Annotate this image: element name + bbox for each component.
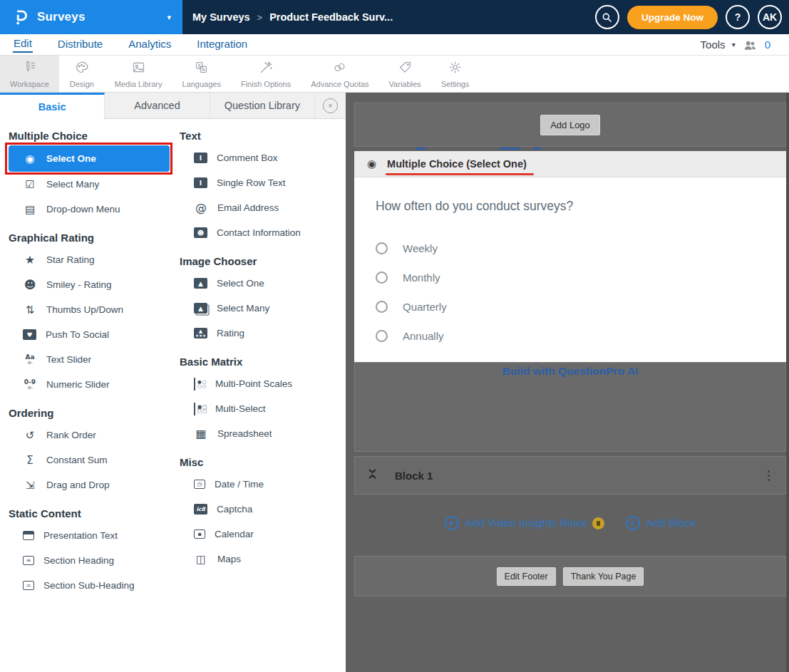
question-type-graphical-rating-push-to-social[interactable]: ♥Push To Social xyxy=(9,322,180,347)
question-type-misc-date-time[interactable]: ◷Date / Time xyxy=(180,472,341,497)
section-multiple-choice: Multiple Choice◉Select One☑Select Many▤D… xyxy=(9,130,180,222)
answer-option-weekly[interactable]: Weekly xyxy=(376,234,765,263)
toolbar-item-variables[interactable]: Variables xyxy=(379,56,431,92)
panel-tab-basic[interactable]: Basic xyxy=(0,93,105,119)
question-type-basic-matrix-multi-select[interactable]: ■□□□Multi-Select xyxy=(180,396,341,421)
collaborators-count: 0 xyxy=(765,38,770,51)
edit-footer-button[interactable]: Edit Footer xyxy=(497,567,556,586)
question-type-text-email-address[interactable]: @Email Address xyxy=(180,195,341,220)
upgrade-now-button[interactable]: Upgrade Now xyxy=(627,6,718,29)
presentation-text-icon xyxy=(23,531,34,540)
search-icon xyxy=(600,11,614,24)
question-type-label: Star Rating xyxy=(46,254,95,265)
add-block-button[interactable]: + Add Block xyxy=(626,516,696,530)
question-editor-card: ◉ Multiple Choice (Select One) How often… xyxy=(354,151,786,362)
toolbar-item-workspace[interactable]: Workspace xyxy=(0,56,59,92)
chevron-down-icon[interactable]: ▾ xyxy=(167,13,171,22)
nav-tab-integration[interactable]: Integration xyxy=(196,37,248,52)
question-type-ordering-drag-and-drop[interactable]: ⇲Drag and Drop xyxy=(9,472,180,497)
block-menu-kebab-icon[interactable] xyxy=(765,467,773,484)
radio-button-icon[interactable] xyxy=(376,330,388,342)
add-logo-button[interactable]: Add Logo xyxy=(540,115,600,135)
radio-button-icon[interactable] xyxy=(376,272,388,284)
push-to-social-icon: ♥ xyxy=(23,329,36,340)
variables-icon xyxy=(398,60,413,78)
toolbar-item-design[interactable]: Design xyxy=(59,56,105,92)
question-type-graphical-rating-text-slider[interactable]: AaText Slider xyxy=(9,347,180,372)
toolbar-item-settings[interactable]: Settings xyxy=(431,56,480,92)
question-type-misc-maps[interactable]: ◫Maps xyxy=(180,547,341,572)
toolbar-item-advance-quotas[interactable]: Advance Quotas xyxy=(301,56,378,92)
languages-icon xyxy=(194,60,209,78)
question-card-header[interactable]: ◉ Multiple Choice (Select One) xyxy=(354,151,786,177)
question-type-label: Section Heading xyxy=(43,555,114,566)
collaborators-icon xyxy=(742,38,758,52)
canvas-scrollbar[interactable] xyxy=(786,93,789,672)
question-type-label: Select Many xyxy=(46,179,99,190)
question-type-graphical-rating-numeric-slider[interactable]: 0-9Numeric Slider xyxy=(9,372,180,397)
add-video-insights-block-button[interactable]: + Add Video Insights Block xyxy=(445,516,604,530)
question-type-misc-calendar[interactable]: ▪Calendar xyxy=(180,522,341,547)
block-label[interactable]: Block 1 xyxy=(395,470,433,482)
panel-tab-advanced[interactable]: Advanced xyxy=(105,93,210,119)
question-type-static-content-presentation-text[interactable]: Presentation Text xyxy=(9,523,180,548)
breadcrumb-survey-title[interactable]: Product Feedback Surv... xyxy=(269,11,393,23)
radio-button-icon[interactable] xyxy=(376,242,388,254)
survey-page: Add Logo ◉ Multiple Choice (Select One) … xyxy=(354,93,786,672)
avatar[interactable]: AK xyxy=(758,5,782,29)
collapse-block-icon[interactable] xyxy=(368,468,378,482)
close-icon: × xyxy=(323,98,338,113)
question-type-label: Select Many xyxy=(217,303,269,314)
question-type-image-chooser-rating[interactable]: ▲Rating xyxy=(180,321,341,346)
question-type-text-contact-information[interactable]: ☻Contact Information xyxy=(180,220,341,245)
question-type-image-chooser-select-many[interactable]: ▲Select Many xyxy=(180,296,341,321)
question-text[interactable]: How often do you conduct surveys? xyxy=(376,199,765,214)
question-type-graphical-rating-star-rating[interactable]: ★Star Rating xyxy=(9,247,180,272)
answer-option-label: Quarterly xyxy=(403,301,447,313)
add-video-insights-label: Add Video Insights Block xyxy=(465,517,587,529)
tools-menu[interactable]: Tools xyxy=(701,38,726,51)
tools-chevron-down-icon[interactable]: ▾ xyxy=(732,41,736,48)
thank-you-page-button[interactable]: Thank You Page xyxy=(563,567,644,586)
toolbar-item-languages[interactable]: Languages xyxy=(172,56,230,92)
radio-button-icon[interactable] xyxy=(376,301,388,313)
question-type-text-comment-box[interactable]: IComment Box xyxy=(180,145,341,170)
answer-option-annually[interactable]: Annually xyxy=(376,321,765,351)
question-type-static-content-section-sub-heading[interactable]: =Section Sub-Heading xyxy=(9,573,180,598)
section-title: Multiple Choice xyxy=(9,130,180,142)
toolbar-item-media-library[interactable]: Media Library xyxy=(105,56,172,92)
question-type-text-single-row-text[interactable]: ISingle Row Text xyxy=(180,170,341,195)
question-type-image-chooser-select-one[interactable]: ▲Select One xyxy=(180,271,341,296)
comment-box-icon: I xyxy=(194,153,207,163)
panel-tab-question-library[interactable]: Question Library xyxy=(210,93,315,119)
close-panel-button[interactable]: × xyxy=(315,93,346,119)
answer-option-quarterly[interactable]: Quarterly xyxy=(376,292,765,321)
build-with-ai-link[interactable]: Build with QuestionPro AI xyxy=(502,365,639,378)
question-type-multiple-choice-drop-down-menu[interactable]: ▤Drop-down Menu xyxy=(9,197,180,222)
question-type-basic-matrix-spreadsheet[interactable]: ▦Spreadsheet xyxy=(180,421,341,446)
nav-tab-analytics[interactable]: Analytics xyxy=(128,37,172,52)
nav-tab-edit[interactable]: Edit xyxy=(13,36,33,53)
question-type-multiple-choice-select-one[interactable]: ◉Select One xyxy=(9,145,170,172)
question-type-label: Numeric Slider xyxy=(46,379,110,390)
question-type-ordering-constant-sum[interactable]: ΣConstant Sum xyxy=(9,448,180,472)
question-type-graphical-rating-smiley-rating[interactable]: ☻Smiley - Rating xyxy=(9,272,180,297)
ai-builder-block: Build with QuestionPro AI xyxy=(354,362,786,452)
question-type-label: Smiley - Rating xyxy=(46,279,112,290)
help-button[interactable]: ? xyxy=(726,5,750,29)
breadcrumb-separator: > xyxy=(257,12,263,23)
question-type-ordering-rank-order[interactable]: ↺Rank Order xyxy=(9,423,180,448)
answer-option-monthly[interactable]: Monthly xyxy=(376,263,765,292)
question-type-graphical-rating-thumbs-up-down[interactable]: ⇅Thumbs Up/Down xyxy=(9,297,180,322)
nav-tab-distribute[interactable]: Distribute xyxy=(57,37,103,52)
search-button[interactable] xyxy=(595,5,619,29)
constant-sum-icon: Σ xyxy=(23,454,37,467)
breadcrumb-my-surveys[interactable]: My Surveys xyxy=(192,11,250,23)
collaborators-button[interactable] xyxy=(742,38,758,52)
question-type-basic-matrix-multi-point-scales[interactable]: ●○○○Multi-Point Scales xyxy=(180,371,341,396)
question-type-static-content-section-heading[interactable]: ≡Section Heading xyxy=(9,548,180,573)
toolbar-item-finish-options[interactable]: Finish Options xyxy=(231,56,301,92)
app-switcher[interactable]: Surveys ▾ xyxy=(0,0,182,34)
question-type-multiple-choice-select-many[interactable]: ☑Select Many xyxy=(9,172,180,197)
question-type-misc-captcha[interactable]: ic8Captcha xyxy=(180,497,341,522)
